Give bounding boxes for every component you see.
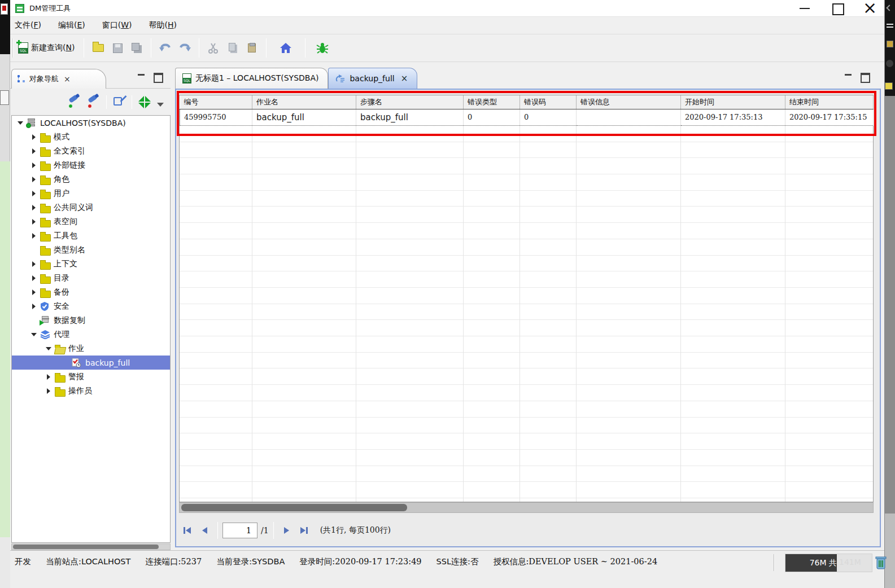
status-license: 授权信息:DEVELOP USER ~ 2021-06-24 <box>493 556 657 567</box>
tree-item-schemas[interactable]: 模式 <box>12 130 170 144</box>
col-end-time[interactable]: 结束时间 <box>785 95 874 109</box>
page-total-label: /1 <box>261 526 269 535</box>
job-icon <box>72 358 82 367</box>
tree-item-localhost[interactable]: LOCALHOST(SYSDBA) <box>12 116 170 130</box>
save-all-icon <box>132 43 139 51</box>
save-button[interactable] <box>111 41 124 55</box>
tree-item-security[interactable]: 安全 <box>12 299 170 313</box>
tree-item-directories[interactable]: 目录 <box>12 271 170 285</box>
connect-button[interactable] <box>68 95 81 109</box>
table-row[interactable]: 459995750 backup_full backup_full 0 0 20… <box>180 109 874 125</box>
panel-minimize-button[interactable] <box>137 72 147 81</box>
editor-maximize-button[interactable] <box>859 72 870 81</box>
edit-connection-button[interactable] <box>112 95 126 109</box>
col-start-time[interactable]: 开始时间 <box>681 95 785 109</box>
tree-item-users[interactable]: 用户 <box>12 186 170 200</box>
disconnect-button[interactable] <box>87 95 101 109</box>
col-error-info[interactable]: 错误信息 <box>577 95 681 109</box>
layers-icon <box>40 330 50 339</box>
window-minimize-button[interactable] <box>793 0 818 16</box>
garbage-collect-button[interactable] <box>875 555 887 570</box>
tree-item-backup-full[interactable]: backup_full <box>12 356 170 370</box>
tree-item-tablespaces[interactable]: 表空间 <box>12 214 170 229</box>
tree-item-public-synonyms[interactable]: 公共同义词 <box>12 200 170 214</box>
tree-item-jobs[interactable]: 作业 <box>12 341 170 356</box>
menu-edit[interactable]: 编辑(E) <box>58 20 85 30</box>
close-tab-icon[interactable]: × <box>401 73 408 84</box>
status-login-time: 登录时间:2020-09-17 17:23:49 <box>299 556 421 567</box>
folder-icon <box>40 260 50 269</box>
col-id[interactable]: 编号 <box>180 95 252 109</box>
folder-icon <box>55 372 65 381</box>
new-query-button[interactable]: SQL 新建查询(N) <box>14 40 79 56</box>
next-page-button[interactable] <box>278 522 295 539</box>
navigator-horizontal-scrollbar[interactable] <box>11 543 171 550</box>
tab-object-navigator[interactable]: 对象导航 × <box>11 69 106 89</box>
job-steps-icon <box>335 74 346 83</box>
tree-item-backups[interactable]: 备份 <box>12 285 170 299</box>
window-close-button[interactable] <box>857 0 882 16</box>
desktop-edge-left <box>0 0 10 588</box>
sql-doc-icon: SQL <box>182 73 191 84</box>
copy-button[interactable] <box>226 41 239 55</box>
tree-item-agent[interactable]: 代理 <box>12 327 170 341</box>
close-panel-icon[interactable]: × <box>64 74 71 84</box>
navigator-icon <box>18 75 25 83</box>
page-number-input[interactable] <box>222 523 257 538</box>
app-icon <box>15 4 24 13</box>
status-bar: 开发 当前站点:LOCALHOST 连接端口:5237 当前登录:SYSDBA … <box>10 550 884 588</box>
object-navigator-panel: 对象导航 × LOCALHOST(SYSDBA) 模式 全文索引 外部链接 角色… <box>10 67 171 550</box>
status-ssl: SSL连接:否 <box>436 556 479 567</box>
undo-icon <box>159 42 172 54</box>
editor-minimize-button[interactable] <box>844 72 854 81</box>
menu-help[interactable]: 帮助(H) <box>149 20 177 30</box>
pagination-bar: /1 (共1行, 每页100行) <box>179 517 874 543</box>
folder-icon <box>40 203 50 212</box>
tree-item-external-links[interactable]: 外部链接 <box>12 158 170 172</box>
row-count-info: (共1行, 每页100行) <box>320 525 391 536</box>
redo-button[interactable] <box>178 41 191 55</box>
col-job-name[interactable]: 作业名 <box>252 95 356 109</box>
job-result-view: 编号 作业名 步骤名 错误类型 错误码 错误信息 开始时间 结束时间 45999… <box>175 89 881 547</box>
redo-icon <box>178 42 191 54</box>
tree-item-alerts[interactable]: 警报 <box>12 370 170 384</box>
memory-gauge: 76M 共 141M <box>785 554 872 572</box>
undo-button[interactable] <box>159 41 172 55</box>
window-maximize-button[interactable] <box>826 0 850 16</box>
tree-item-contexts[interactable]: 上下文 <box>12 257 170 271</box>
paste-button[interactable] <box>245 41 259 55</box>
open-file-button[interactable] <box>91 41 105 55</box>
grid-horizontal-scrollbar[interactable] <box>179 502 874 513</box>
col-error-code[interactable]: 错误码 <box>520 95 577 109</box>
paste-icon <box>248 43 256 52</box>
open-folder-icon <box>93 44 104 52</box>
memory-used: 76M 共 <box>785 554 837 572</box>
debug-button[interactable] <box>316 41 329 55</box>
col-error-type[interactable]: 错误类型 <box>464 95 520 109</box>
folder-icon <box>40 161 50 170</box>
first-page-button[interactable] <box>179 522 196 539</box>
tree-item-fulltext-index[interactable]: 全文索引 <box>12 144 170 158</box>
folder-icon <box>55 387 65 396</box>
view-menu-button[interactable] <box>157 103 164 107</box>
tab-backup-full[interactable]: backup_full × <box>328 68 417 89</box>
tree-item-data-replication[interactable]: 数据复制 <box>12 313 170 327</box>
menu-window[interactable]: 窗口(W) <box>102 20 132 30</box>
tree-item-toolkits[interactable]: 工具包 <box>12 229 170 243</box>
tree-item-type-alias[interactable]: 类型别名 <box>12 243 170 257</box>
col-step-name[interactable]: 步骤名 <box>356 95 464 109</box>
folder-icon <box>40 189 50 198</box>
status-port: 连接端口:5237 <box>145 556 202 567</box>
folder-icon <box>40 133 50 142</box>
panel-maximize-button[interactable] <box>152 72 163 81</box>
tab-untitled-query[interactable]: SQL 无标题1 – LOCALHOST(SYSDBA) <box>175 68 328 89</box>
menu-file[interactable]: 文件(F) <box>15 20 41 30</box>
home-button[interactable] <box>279 41 292 55</box>
previous-page-button[interactable] <box>196 522 213 539</box>
save-all-button[interactable] <box>130 41 143 55</box>
cut-button[interactable] <box>207 41 220 55</box>
tree-item-roles[interactable]: 角色 <box>12 172 170 186</box>
collapse-all-button[interactable] <box>138 95 151 109</box>
last-page-button[interactable] <box>295 522 312 539</box>
tree-item-operators[interactable]: 操作员 <box>12 384 170 398</box>
